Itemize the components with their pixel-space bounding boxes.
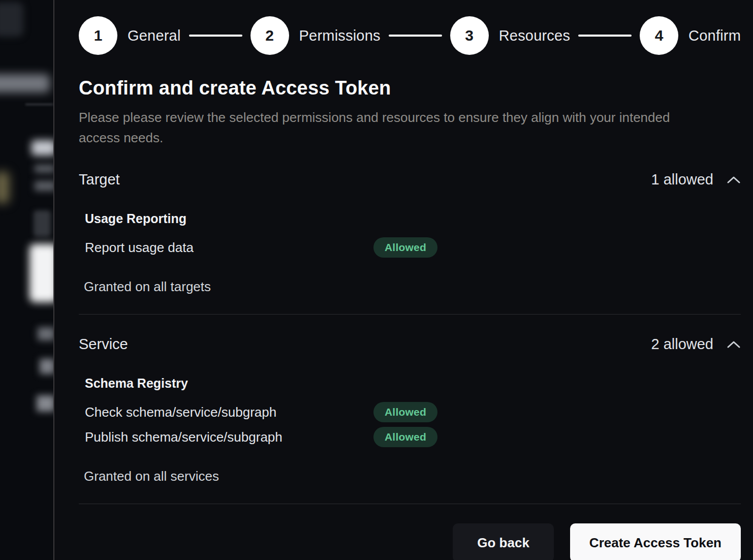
blurred-logo [0, 2, 23, 37]
blurred-divider [25, 104, 53, 105]
modal-footer: Go back Create Access Token [79, 523, 741, 560]
step-number-circle: 3 [450, 16, 489, 55]
step-number-circle: 2 [250, 16, 289, 55]
chevron-up-icon[interactable] [727, 175, 741, 184]
step-number-circle: 1 [79, 16, 117, 55]
blurred-body-text [35, 165, 53, 173]
go-back-button[interactable]: Go back [453, 523, 554, 560]
step-number: 3 [465, 27, 474, 44]
footer-divider [79, 504, 741, 504]
section-divider [79, 314, 741, 315]
service-permission-group: Schema Registry Check schema/service/sub… [85, 376, 741, 447]
background-app-strip [0, 0, 53, 560]
step-label: Resources [499, 27, 570, 44]
blurred-text [40, 359, 53, 374]
group-title: Schema Registry [85, 376, 741, 391]
status-badge-allowed: Allowed [373, 427, 437, 447]
section-name: Service [79, 336, 128, 353]
granted-note: Granted on all services [84, 469, 741, 484]
create-access-token-button[interactable]: Create Access Token [570, 523, 741, 560]
section-header-service[interactable]: Service 2 allowed [79, 336, 741, 353]
status-badge-allowed: Allowed [373, 402, 437, 422]
step-label: General [128, 27, 181, 44]
blurred-text [37, 395, 53, 412]
allowed-count-badge: 2 allowed [651, 336, 713, 353]
step-confirm[interactable]: 4 Confirm [640, 16, 741, 55]
permission-label: Publish schema/service/subgraph [85, 429, 373, 445]
create-access-token-modal: 1 General 2 Permissions 3 Resources 4 Co… [53, 0, 753, 560]
page-subtitle: Please please review the selected permis… [79, 107, 704, 148]
permission-row: Report usage data Allowed [85, 237, 741, 258]
blurred-body-text [35, 181, 53, 191]
step-number-circle: 4 [640, 16, 678, 55]
group-title: Usage Reporting [85, 211, 741, 226]
step-connector [389, 35, 442, 37]
step-connector [189, 35, 242, 37]
step-permissions[interactable]: 2 Permissions [250, 16, 381, 55]
permission-row: Check schema/service/subgraph Allowed [85, 402, 741, 422]
step-number: 2 [265, 27, 274, 44]
blurred-heading-text [32, 140, 53, 155]
permission-label: Report usage data [85, 240, 373, 256]
section-name: Target [79, 171, 120, 188]
granted-note: Granted on all targets [84, 279, 741, 295]
blurred-nav-text [0, 74, 50, 92]
blurred-icon [34, 210, 51, 237]
step-number: 4 [655, 27, 664, 44]
page-title: Confirm and create Access Token [79, 77, 741, 99]
step-resources[interactable]: 3 Resources [450, 16, 570, 55]
blurred-accent-shape [0, 172, 9, 203]
step-number: 1 [94, 27, 103, 44]
step-connector [578, 35, 632, 37]
permission-label: Check schema/service/subgraph [85, 405, 373, 420]
blurred-text [38, 327, 53, 340]
chevron-up-icon[interactable] [727, 340, 741, 349]
blurred-white-button [29, 244, 53, 302]
allowed-count-badge: 1 allowed [651, 171, 713, 188]
wizard-stepper: 1 General 2 Permissions 3 Resources 4 Co… [79, 16, 741, 55]
status-badge-allowed: Allowed [373, 237, 437, 258]
target-permission-group: Usage Reporting Report usage data Allowe… [85, 211, 741, 258]
permission-row: Publish schema/service/subgraph Allowed [85, 427, 741, 447]
step-label: Confirm [688, 27, 741, 44]
section-header-target[interactable]: Target 1 allowed [79, 171, 741, 188]
step-label: Permissions [299, 27, 381, 44]
step-general[interactable]: 1 General [79, 16, 181, 55]
